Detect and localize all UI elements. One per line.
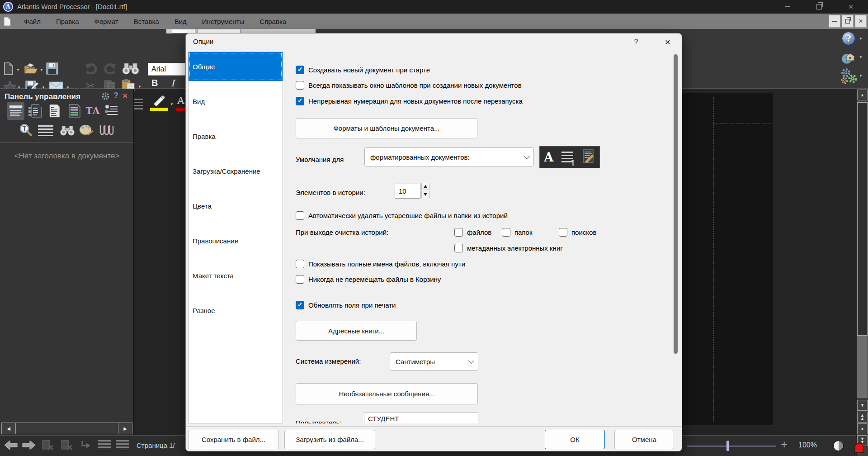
help-button[interactable]: ? bbox=[842, 32, 855, 45]
panel-info-view-icon[interactable] bbox=[103, 102, 120, 120]
panel-settings-gear-icon[interactable] bbox=[101, 92, 110, 102]
checkbox-clear-ebook-metadata[interactable] bbox=[454, 244, 463, 252]
clear-doc2-button[interactable] bbox=[61, 439, 73, 451]
dialog-scrollbar[interactable] bbox=[673, 53, 679, 422]
tools-gears-button[interactable] bbox=[840, 68, 857, 85]
font-color-button[interactable]: A bbox=[177, 95, 184, 106]
panel-find-tool-icon[interactable] bbox=[59, 122, 76, 139]
panel-colors-tool-icon[interactable] bbox=[78, 122, 95, 139]
wrap-button[interactable] bbox=[80, 440, 92, 450]
defaults-dropdown[interactable]: форматированных документов: bbox=[364, 147, 534, 166]
open-dropdown-icon[interactable]: ▼ bbox=[40, 68, 43, 72]
new-document-dropdown-icon[interactable]: ▼ bbox=[16, 68, 20, 72]
zoom-slider-thumb[interactable] bbox=[726, 441, 729, 451]
help-dropdown-icon[interactable]: ▼ bbox=[859, 37, 863, 41]
spinner-down-icon[interactable] bbox=[421, 191, 429, 198]
menu-edit[interactable]: Правка bbox=[48, 14, 87, 29]
panel-bookmarks-view-icon[interactable] bbox=[26, 102, 43, 120]
history-items-input[interactable]: 10 bbox=[395, 184, 420, 199]
align-button[interactable] bbox=[98, 440, 111, 450]
dialog-scrollbar-thumb[interactable] bbox=[674, 54, 678, 354]
doc-close-button[interactable]: × bbox=[855, 15, 867, 28]
save-to-file-button[interactable]: Сохранить в файл... bbox=[188, 430, 279, 449]
v-scrollbar[interactable]: ▲ ▼ ▲▲ ● ▼▼ bbox=[856, 89, 868, 456]
checkbox-autodelete[interactable] bbox=[296, 211, 304, 220]
restore-button[interactable] bbox=[809, 0, 830, 14]
minimize-button[interactable] bbox=[777, 0, 798, 14]
ok-button[interactable]: ОК bbox=[545, 430, 605, 449]
menu-view[interactable]: Вид bbox=[167, 14, 194, 29]
panel-close-icon[interactable]: × bbox=[123, 91, 127, 101]
checkbox-no-recycle[interactable] bbox=[296, 275, 304, 284]
notification-bell-icon[interactable] bbox=[854, 443, 864, 456]
forward-button[interactable] bbox=[22, 439, 36, 451]
gears-dropdown-icon[interactable]: ▼ bbox=[859, 74, 863, 78]
checkbox-clear-folders[interactable] bbox=[502, 228, 510, 237]
checkbox-full-names[interactable] bbox=[296, 260, 304, 268]
home-dropdown-icon[interactable]: ▼ bbox=[859, 55, 863, 59]
panel-fonts-view-icon[interactable]: TA bbox=[84, 102, 101, 120]
panel-help-icon[interactable]: ? bbox=[113, 91, 118, 100]
checkbox-update-fields[interactable] bbox=[296, 301, 304, 309]
spinner-up-icon[interactable] bbox=[421, 183, 429, 190]
font-defaults-icon[interactable]: A bbox=[544, 150, 553, 164]
doc-options-defaults-icon[interactable] bbox=[582, 149, 595, 166]
v-scroll-down-icon[interactable]: ▼ bbox=[857, 400, 868, 411]
menu-tools[interactable]: Инструменты bbox=[194, 14, 252, 29]
h-scroll-right-icon[interactable]: ▶ bbox=[118, 423, 132, 434]
browse-object-icon[interactable]: ● bbox=[857, 423, 868, 434]
panel-clips-tool-icon[interactable] bbox=[98, 122, 115, 139]
prev-page-icon[interactable]: ▲▲ bbox=[857, 412, 868, 423]
zoom-slider-track[interactable] bbox=[687, 446, 776, 446]
theme-toggle-icon[interactable] bbox=[833, 441, 844, 451]
menu-file[interactable]: Файл bbox=[16, 14, 48, 29]
panel-h-scrollbar[interactable]: ◀ ▶ bbox=[1, 423, 132, 434]
doc-minimize-button[interactable] bbox=[829, 15, 840, 28]
font-name-combo[interactable]: Arial bbox=[148, 63, 189, 76]
highlight-dropdown-icon[interactable]: ▼ bbox=[170, 102, 174, 106]
document-page[interactable] bbox=[682, 93, 773, 425]
checkbox-templates-window[interactable] bbox=[296, 81, 304, 90]
panel-text-tool-icon[interactable] bbox=[38, 125, 53, 137]
paragraph-defaults-icon[interactable]: ¶ bbox=[561, 152, 573, 163]
user-input[interactable]: СТУДЕНТ bbox=[364, 413, 478, 423]
save-button[interactable] bbox=[46, 62, 58, 75]
new-document-button[interactable] bbox=[4, 62, 14, 75]
dialog-help-button[interactable]: ? bbox=[629, 35, 643, 49]
panel-headings-view-icon[interactable] bbox=[7, 102, 24, 120]
formats-templates-button[interactable]: Форматы и шаблоны документа... bbox=[296, 118, 477, 138]
panel-fields-view-icon[interactable] bbox=[46, 102, 63, 120]
measurement-dropdown[interactable]: Сантиметры bbox=[390, 352, 478, 370]
panel-zoom-tool-icon[interactable] bbox=[17, 122, 34, 139]
find-button[interactable] bbox=[121, 62, 140, 75]
optional-messages-button[interactable]: Необязательные сообщения... bbox=[296, 383, 478, 404]
bold-button[interactable]: B bbox=[151, 78, 158, 88]
undo-button[interactable] bbox=[85, 62, 98, 74]
h-scroll-track[interactable] bbox=[15, 423, 118, 434]
checkbox-continuous-numbering[interactable] bbox=[296, 97, 304, 105]
home-web-button[interactable] bbox=[841, 50, 856, 66]
v-scroll-up-icon[interactable]: ▲ bbox=[857, 90, 868, 100]
load-from-file-button[interactable]: Загрузить из файла... bbox=[284, 430, 375, 449]
checkbox-clear-searches[interactable] bbox=[559, 228, 567, 237]
close-button[interactable]: × bbox=[840, 0, 861, 14]
highlight-button[interactable] bbox=[150, 95, 167, 107]
address-books-button[interactable]: Адресные книги... bbox=[296, 321, 417, 341]
italic-button[interactable]: I bbox=[171, 78, 175, 89]
v-scroll-thumb[interactable] bbox=[857, 102, 868, 336]
menu-format[interactable]: Формат bbox=[87, 14, 126, 29]
clear-doc-button[interactable] bbox=[42, 439, 54, 451]
align2-button[interactable] bbox=[116, 440, 129, 450]
h-scroll-left-icon[interactable]: ◀ bbox=[2, 423, 15, 434]
checkbox-new-doc[interactable] bbox=[296, 66, 304, 74]
panel-styles-view-icon[interactable] bbox=[66, 102, 83, 120]
dialog-close-button[interactable]: × bbox=[660, 35, 676, 49]
checkbox-clear-files[interactable] bbox=[454, 228, 463, 237]
back-button[interactable] bbox=[4, 439, 18, 451]
open-button[interactable] bbox=[24, 62, 38, 75]
cancel-button[interactable]: Отмена bbox=[614, 430, 674, 449]
redo-button[interactable] bbox=[103, 62, 117, 74]
zoom-in-button[interactable]: + bbox=[781, 437, 788, 451]
menu-insert[interactable]: Вставка bbox=[126, 14, 167, 29]
menu-help[interactable]: Справка bbox=[252, 14, 294, 29]
